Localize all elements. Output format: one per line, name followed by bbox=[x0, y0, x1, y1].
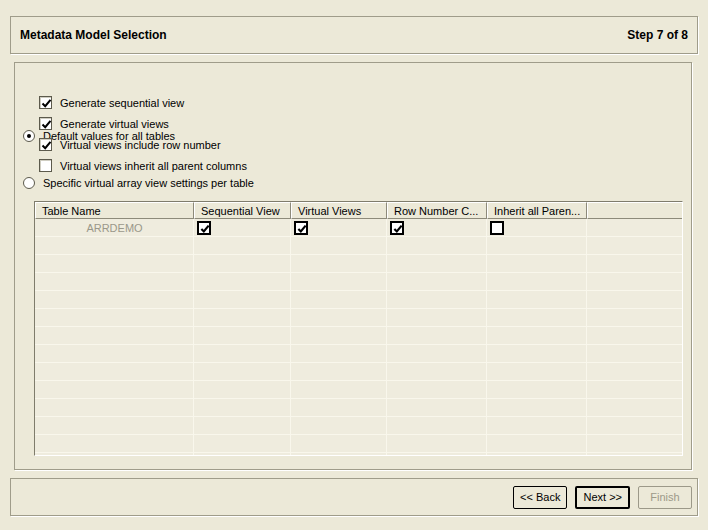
checkbox-label: Generate virtual views bbox=[60, 118, 169, 130]
table-settings-grid: Table Name Sequential View Virtual Views… bbox=[34, 201, 683, 456]
column-divider bbox=[386, 219, 387, 455]
button-bar: << Back Next >> Finish bbox=[10, 478, 698, 516]
grid-header: Table Name Sequential View Virtual Views… bbox=[35, 202, 682, 219]
cell-checkbox-inherit-parent[interactable] bbox=[490, 221, 504, 235]
column-header-virtual-views[interactable]: Virtual Views bbox=[291, 202, 387, 219]
checkbox-row-sequential-view[interactable]: Generate sequential view bbox=[39, 96, 184, 109]
column-divider bbox=[486, 219, 487, 455]
column-header-empty bbox=[587, 202, 682, 219]
checkbox-label: Generate sequential view bbox=[60, 97, 184, 109]
wizard-dialog: { "header": { "title": "Metadata Model S… bbox=[0, 0, 708, 530]
finish-button[interactable]: Finish bbox=[638, 486, 692, 509]
cell-checkbox-sequential-view[interactable] bbox=[197, 221, 211, 235]
column-header-inherit-parent[interactable]: Inherit all Paren... bbox=[487, 202, 587, 219]
grid-body: ARRDEMO bbox=[35, 219, 682, 455]
cell-checkbox-virtual-views[interactable] bbox=[294, 221, 308, 235]
checkbox-include-row-number[interactable] bbox=[39, 138, 52, 151]
back-button[interactable]: << Back bbox=[513, 486, 567, 509]
checkbox-label: Virtual views include row number bbox=[60, 139, 221, 151]
column-header-table-name[interactable]: Table Name bbox=[35, 202, 194, 219]
next-button[interactable]: Next >> bbox=[575, 486, 630, 509]
column-divider bbox=[193, 219, 194, 455]
cell-checkbox-row-number[interactable] bbox=[390, 221, 404, 235]
checkbox-label: Virtual views inherit all parent columns bbox=[60, 160, 247, 172]
page-title: Metadata Model Selection bbox=[20, 28, 167, 42]
column-divider bbox=[290, 219, 291, 455]
column-header-row-number[interactable]: Row Number C... bbox=[387, 202, 487, 219]
radio-row-specific[interactable]: Specific virtual array view settings per… bbox=[23, 177, 254, 189]
radio-specific-settings[interactable] bbox=[23, 177, 35, 189]
column-header-sequential-view[interactable]: Sequential View bbox=[194, 202, 291, 219]
content-panel: Default values for all tables Generate s… bbox=[14, 62, 692, 470]
radio-default-values[interactable] bbox=[23, 130, 35, 142]
checkbox-row-inherit-parent[interactable]: Virtual views inherit all parent columns bbox=[39, 159, 247, 172]
column-divider bbox=[586, 219, 587, 455]
cell-table-name: ARRDEMO bbox=[35, 219, 194, 237]
checkbox-inherit-parent-columns[interactable] bbox=[39, 159, 52, 172]
table-row[interactable]: ARRDEMO bbox=[35, 219, 682, 237]
checkbox-generate-sequential-view[interactable] bbox=[39, 96, 52, 109]
wizard-header: Metadata Model Selection Step 7 of 8 bbox=[10, 16, 698, 54]
checkbox-row-row-number[interactable]: Virtual views include row number bbox=[39, 138, 221, 151]
step-indicator: Step 7 of 8 bbox=[627, 28, 688, 42]
checkbox-row-virtual-views[interactable]: Generate virtual views bbox=[39, 117, 169, 130]
radio-specific-settings-label: Specific virtual array view settings per… bbox=[43, 177, 254, 189]
checkbox-generate-virtual-views[interactable] bbox=[39, 117, 52, 130]
